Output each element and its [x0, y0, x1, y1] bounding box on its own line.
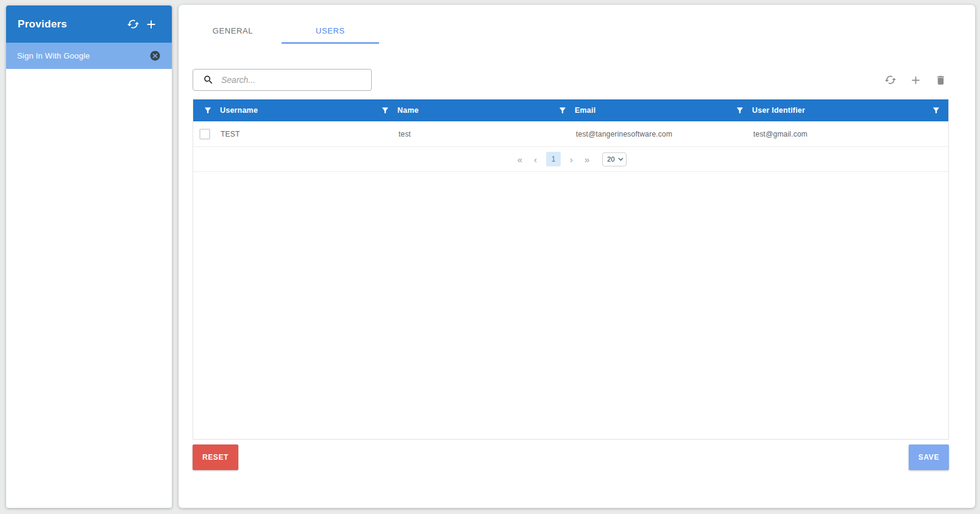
refresh-icon [127, 18, 140, 30]
delete-user-button[interactable] [932, 72, 949, 88]
table-header: Username Name Email User Identifier [193, 99, 948, 121]
tab-users[interactable]: USERS [282, 5, 379, 44]
trash-icon [935, 74, 946, 86]
first-page-button[interactable]: « [515, 154, 525, 165]
next-page-button[interactable]: › [567, 154, 575, 165]
sidebar-header: Providers [6, 5, 172, 43]
users-table: Username Name Email User Identifier [193, 99, 949, 440]
plus-icon [909, 74, 922, 87]
cell-user-identifier: test@gmail.com [725, 130, 948, 138]
save-button[interactable]: SAVE [909, 444, 949, 470]
plus-icon [144, 18, 158, 31]
page-size-select[interactable]: 20 [602, 152, 627, 166]
add-user-button[interactable] [907, 71, 925, 89]
column-label: User Identifier [752, 106, 805, 115]
refresh-providers-button[interactable] [124, 15, 142, 33]
cell-email: test@tangerinesoftware.com [548, 130, 725, 138]
filter-button[interactable] [921, 106, 940, 115]
filter-icon [548, 106, 567, 115]
table-row[interactable]: TEST test test@tangerinesoftware.com tes… [193, 121, 948, 147]
reset-button[interactable]: RESET [193, 444, 238, 470]
column-header-email: Email [548, 99, 725, 121]
column-label: Username [220, 106, 258, 115]
filter-icon [921, 106, 940, 115]
filter-button[interactable] [548, 106, 567, 115]
column-label: Email [575, 106, 595, 115]
cell-name: test [371, 130, 548, 138]
sidebar-title: Providers [18, 18, 124, 30]
filter-button[interactable] [193, 106, 212, 115]
table-actions [882, 71, 949, 89]
cell-value: TEST [221, 130, 240, 138]
provider-item-label: Sign In With Google [17, 51, 147, 60]
column-label: Name [397, 106, 419, 115]
provider-item-google[interactable]: Sign In With Google [6, 43, 172, 69]
filter-button[interactable] [371, 106, 389, 115]
users-toolbar [193, 69, 949, 91]
filter-icon [371, 106, 389, 115]
footer-actions: RESET SAVE [193, 444, 949, 470]
current-page-badge[interactable]: 1 [546, 152, 561, 166]
provider-detail-panel: GENERAL USERS [179, 5, 975, 508]
last-page-button[interactable]: » [582, 154, 592, 165]
pagination: « ‹ 1 › » 20 [193, 147, 948, 172]
filter-icon [193, 106, 212, 115]
filter-icon [725, 106, 744, 115]
table-empty-area [193, 172, 948, 439]
page-size-select-wrap: 20 [602, 152, 627, 166]
column-header-name: Name [371, 99, 548, 121]
add-provider-button[interactable] [142, 15, 160, 34]
column-header-username: Username [193, 99, 371, 121]
search-box[interactable] [193, 69, 372, 91]
refresh-users-button[interactable] [882, 71, 899, 88]
refresh-icon [884, 74, 897, 86]
cell-username: TEST [193, 129, 371, 140]
tab-bar: GENERAL USERS [184, 5, 975, 44]
previous-page-button[interactable]: ‹ [531, 154, 539, 165]
providers-sidebar: Providers Sign In With Google [6, 5, 172, 508]
search-icon [203, 74, 214, 85]
tab-general[interactable]: GENERAL [184, 5, 282, 44]
close-circle-icon [149, 50, 161, 62]
remove-provider-button[interactable] [147, 48, 163, 64]
column-header-user-identifier: User Identifier [725, 99, 948, 121]
filter-button[interactable] [725, 106, 744, 115]
search-input[interactable] [221, 75, 365, 85]
row-checkbox[interactable] [199, 129, 210, 140]
